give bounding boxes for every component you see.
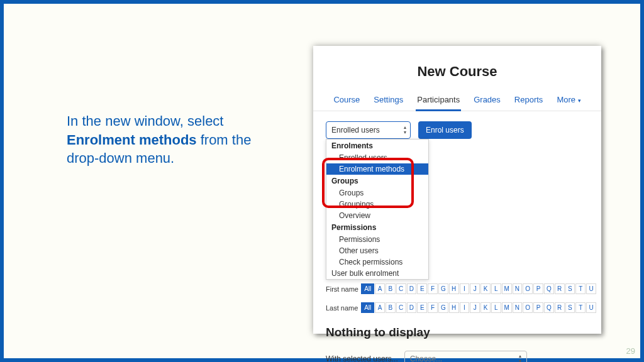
letter-U[interactable]: U (586, 283, 596, 294)
letter-F[interactable]: F (428, 302, 438, 313)
dropdown-option-user-bulk-enrolment[interactable]: User bulk enrolment (326, 268, 428, 279)
letter-J[interactable]: J (470, 283, 480, 294)
screenshot-panel: New Course CourseSettingsParticipantsGra… (313, 46, 601, 334)
letter-I[interactable]: I (460, 302, 470, 313)
letter-L[interactable]: L (491, 302, 501, 313)
letter-N[interactable]: N (513, 283, 523, 294)
filter-label: First name (326, 285, 360, 293)
letter-H[interactable]: H (449, 283, 459, 294)
letter-M[interactable]: M (502, 302, 512, 313)
dropdown-option-overview[interactable]: Overview (326, 210, 428, 221)
filter-label: Last name (326, 304, 360, 312)
letter-all[interactable]: All (361, 283, 374, 294)
letter-G[interactable]: G (438, 283, 448, 294)
letter-O[interactable]: O (523, 302, 533, 313)
instruction-text: In the new window, select Enrolment meth… (67, 112, 280, 168)
participants-selector-wrap: Enrolled users ▴▾ EnrolmentsEnrolled use… (326, 121, 411, 139)
letter-K[interactable]: K (480, 283, 491, 294)
letter-J[interactable]: J (470, 302, 480, 313)
letter-A[interactable]: A (375, 283, 385, 294)
empty-state-heading: Nothing to display (326, 326, 430, 339)
letter-R[interactable]: R (555, 302, 565, 313)
letter-C[interactable]: C (396, 302, 406, 313)
letter-S[interactable]: S (565, 283, 575, 294)
dropdown-option-permissions[interactable]: Permissions (326, 234, 428, 245)
with-selected-label: With selected users... (326, 354, 398, 362)
updown-icon: ▴▾ (404, 125, 406, 135)
chevron-down-icon: ▾ (578, 97, 581, 104)
letter-Q[interactable]: Q (544, 302, 554, 313)
last-name-filter-row: Last nameAllABCDEFGHIJKLMNOPQRSTU (326, 302, 596, 313)
instruction-pre: In the new window, select (67, 113, 223, 129)
toolbar: Enrolled users ▴▾ EnrolmentsEnrolled use… (313, 111, 601, 139)
dropdown-option-other-users[interactable]: Other users (326, 245, 428, 256)
page-title: New Course (313, 63, 601, 80)
letter-D[interactable]: D (407, 283, 417, 294)
letter-U[interactable]: U (586, 302, 596, 313)
letter-P[interactable]: P (533, 302, 543, 313)
nav-tabs: CourseSettingsParticipantsGradesReportsM… (313, 95, 601, 111)
dropdown-option-groupings[interactable]: Groupings (326, 199, 428, 210)
letter-F[interactable]: F (428, 283, 438, 294)
slide-frame: In the new window, select Enrolment meth… (0, 0, 644, 362)
letter-K[interactable]: K (480, 302, 491, 313)
letter-R[interactable]: R (555, 283, 565, 294)
letter-T[interactable]: T (575, 283, 586, 294)
letter-D[interactable]: D (407, 302, 417, 313)
dropdown-group-permissions: Permissions (326, 221, 428, 234)
dropdown-option-groups[interactable]: Groups (326, 187, 428, 199)
dropdown-option-check-permissions[interactable]: Check permissions (326, 256, 428, 268)
letter-I[interactable]: I (460, 283, 470, 294)
letter-T[interactable]: T (575, 302, 586, 313)
letter-O[interactable]: O (523, 283, 533, 294)
participants-selector[interactable]: Enrolled users ▴▾ (326, 121, 411, 139)
first-name-filter-row: First nameAllABCDEFGHIJKLMNOPQRSTU (326, 283, 596, 294)
letter-H[interactable]: H (449, 302, 459, 313)
dropdown-option-enrolment-methods[interactable]: Enrolment methods (326, 163, 428, 175)
letter-all[interactable]: All (361, 302, 374, 313)
with-selected-row: With selected users... Choose... ▴▾ (326, 351, 527, 362)
enrol-users-button[interactable]: Enrol users (418, 121, 472, 139)
letter-E[interactable]: E (417, 283, 427, 294)
tab-grades[interactable]: Grades (474, 95, 501, 104)
tab-course[interactable]: Course (333, 95, 360, 104)
letter-N[interactable]: N (513, 302, 523, 313)
tab-more[interactable]: More ▾ (557, 95, 580, 104)
dropdown-group-enrolments: Enrolments (326, 140, 428, 152)
dropdown-group-groups: Groups (326, 175, 428, 187)
letter-C[interactable]: C (396, 283, 406, 294)
letter-B[interactable]: B (386, 302, 396, 313)
with-selected-value: Choose... (410, 354, 442, 362)
updown-icon: ▴▾ (519, 354, 521, 362)
tab-reports[interactable]: Reports (514, 95, 543, 104)
tab-participants[interactable]: Participants (417, 95, 460, 104)
participants-selector-value: Enrolled users (331, 126, 380, 134)
tab-settings[interactable]: Settings (374, 95, 403, 104)
letter-S[interactable]: S (565, 302, 575, 313)
participants-dropdown: EnrolmentsEnrolled usersEnrolment method… (326, 139, 429, 280)
dropdown-option-enrolled-users[interactable]: Enrolled users (326, 152, 428, 163)
letter-Q[interactable]: Q (544, 283, 554, 294)
letter-B[interactable]: B (386, 283, 396, 294)
page-number: 29 (626, 346, 635, 356)
letter-L[interactable]: L (491, 283, 501, 294)
with-selected-select[interactable]: Choose... ▴▾ (404, 351, 527, 362)
instruction-bold: Enrolment methods (67, 132, 197, 148)
letter-A[interactable]: A (375, 302, 385, 313)
letter-M[interactable]: M (502, 283, 512, 294)
letter-G[interactable]: G (438, 302, 448, 313)
letter-E[interactable]: E (417, 302, 427, 313)
letter-P[interactable]: P (533, 283, 543, 294)
